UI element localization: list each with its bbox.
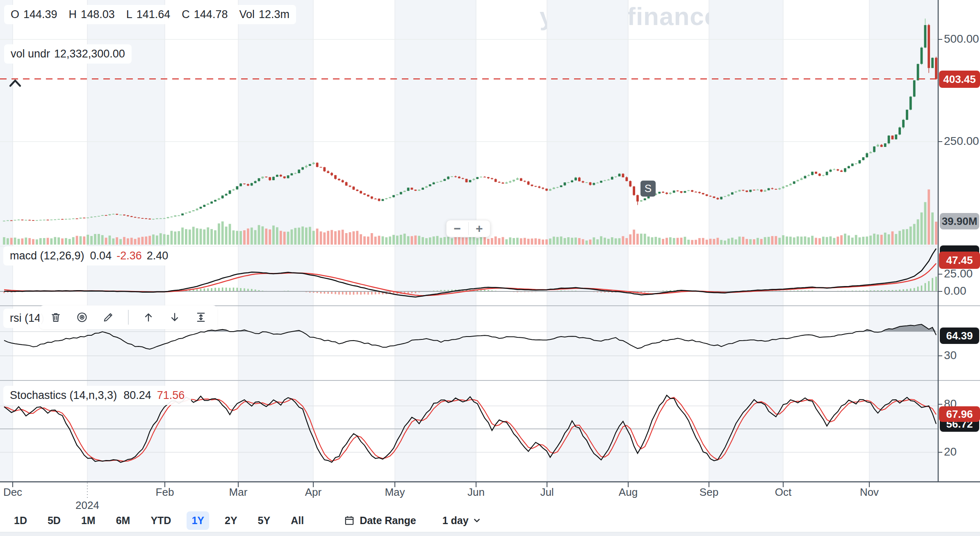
y-axis-tick-label: 0.00 [944, 284, 966, 298]
x-axis-month-label: Mar [229, 486, 248, 499]
x-axis-month-label: Jun [467, 486, 485, 499]
low-label: L [126, 8, 132, 21]
x-axis-month-label: Apr [305, 486, 321, 499]
stochastics-label: Stochastics (14,n,3,3) [10, 389, 117, 402]
toolbar-divider [128, 310, 129, 325]
chevron-down-icon [473, 516, 481, 525]
eye-icon[interactable] [75, 311, 89, 324]
x-axis-month-label: Oct [775, 486, 791, 499]
vol-under-readout: vol undr12,332,300.00 [4, 44, 132, 64]
open-value: 144.39 [23, 8, 57, 21]
range-ytd-button[interactable]: YTD [146, 511, 176, 530]
pencil-icon[interactable] [102, 311, 115, 324]
macd-readout: macd (12,26,9) 0.04 -2.36 2.40 [3, 246, 175, 266]
chart-application: yahoo!finance O144.39 H148.03 L141.64 C1… [0, 0, 980, 536]
x-axis-month-label: Dec [3, 486, 22, 499]
open-label: O [11, 8, 19, 21]
vol-under-label: vol undr [11, 48, 50, 60]
arrow-up-icon[interactable] [142, 311, 155, 324]
range-1d-button[interactable]: 1D [9, 511, 32, 530]
volume-label: Vol [239, 8, 255, 21]
range-toolbar: 1D 5D 1M 6M YTD 1Y 2Y 5Y All Date Range … [0, 509, 980, 532]
y-axis-tick-label: 20 [944, 445, 957, 458]
macd-signal-badge: 47.45 [939, 252, 980, 269]
high-value: 148.03 [81, 8, 115, 21]
y-axis-tick-label: 250.00 [944, 135, 979, 148]
volume-value: 12.3m [259, 8, 289, 21]
close-label: C [182, 8, 190, 21]
zoom-controls: − + [446, 220, 490, 237]
date-range-button[interactable]: Date Range [344, 515, 416, 527]
interval-dropdown[interactable]: 1 day [442, 515, 481, 527]
range-6m-button[interactable]: 6M [111, 511, 135, 530]
macd-signal-value: -2.36 [116, 250, 142, 262]
y-axis-tick-label: 25.00 [944, 267, 973, 280]
volume-badge: 39.90M [940, 213, 979, 229]
expand-vertical-icon[interactable] [194, 311, 207, 324]
x-axis-month-label: Feb [156, 486, 174, 499]
low-value: 141.64 [137, 8, 171, 21]
vol-under-value: 12,332,300.00 [54, 48, 125, 60]
range-2y-button[interactable]: 2Y [220, 511, 242, 530]
zoom-out-button[interactable]: − [447, 220, 468, 237]
x-axis-month-label: Sep [700, 486, 718, 499]
date-range-label: Date Range [360, 515, 416, 527]
calendar-icon [344, 515, 355, 526]
interval-label: 1 day [442, 515, 469, 527]
arrow-down-icon[interactable] [168, 311, 181, 324]
y-axis-tick-label: 500.00 [944, 32, 979, 46]
macd-label: macd (12,26,9) [10, 250, 84, 262]
ohlc-readout: O144.39 H148.03 L141.64 C144.78 Vol12.3m [4, 5, 296, 24]
rsi-badge: 64.39 [940, 328, 979, 344]
x-axis-month-label: Jul [540, 486, 554, 499]
bottom-separator-strip [0, 532, 980, 536]
stoch-d-value: 71.56 [157, 389, 185, 402]
range-5y-button[interactable]: 5Y [253, 511, 276, 530]
range-1y-button[interactable]: 1Y [187, 511, 209, 530]
range-all-button[interactable]: All [286, 511, 309, 530]
stoch-k-value: 80.24 [123, 389, 151, 402]
range-1m-button[interactable]: 1M [76, 511, 100, 530]
rsi-study-toolbar [39, 305, 217, 329]
x-axis-month-label: Aug [619, 486, 638, 499]
x-axis-month-label: May [385, 486, 405, 499]
trash-icon[interactable] [49, 311, 62, 324]
close-value: 144.78 [194, 8, 228, 21]
split-event-marker[interactable]: S [640, 181, 656, 197]
macd-line-value: 2.40 [147, 250, 169, 262]
stochastics-readout: Stochastics (14,n,3,3) 80.24 71.56 [3, 386, 191, 405]
high-label: H [69, 8, 77, 21]
y-axis-tick-label: 30 [944, 349, 957, 362]
last-price-badge: 403.45 [939, 71, 980, 88]
stoch-d-badge: 67.96 [939, 406, 980, 422]
zoom-in-button[interactable]: + [469, 220, 490, 237]
macd-hist-value: 0.04 [90, 250, 112, 262]
x-axis-month-label: Nov [860, 486, 879, 499]
range-5d-button[interactable]: 5D [43, 511, 66, 530]
